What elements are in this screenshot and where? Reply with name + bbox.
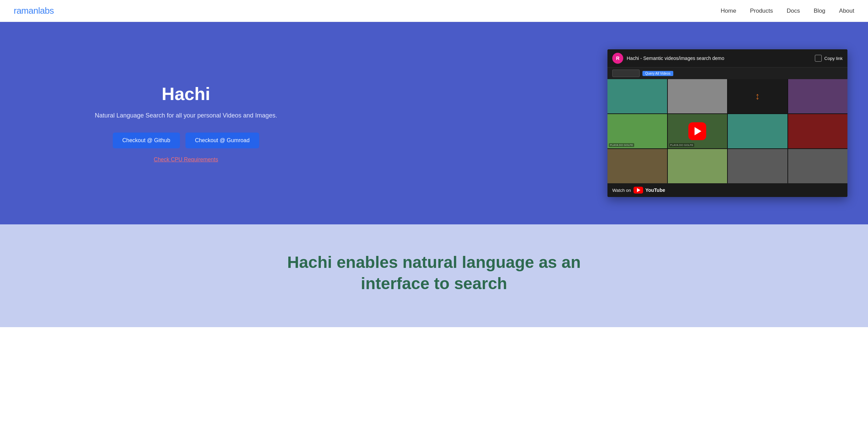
video-container[interactable]: R Hachi - Semantic videos/images search …	[607, 49, 847, 197]
nav-link-docs[interactable]: Docs	[787, 8, 800, 14]
video-grid: ↕ PLAYA DO GOLFE	[607, 79, 847, 183]
nav-item-home[interactable]: Home	[721, 8, 736, 14]
video-top-bar: R Hachi - Semantic videos/images search …	[607, 49, 847, 67]
grid-cell-7	[728, 114, 787, 148]
nav-item-about[interactable]: About	[839, 8, 854, 14]
grid-cell-3: ↕	[728, 79, 787, 113]
nav-link-blog[interactable]: Blog	[814, 8, 825, 14]
section2-title: Hachi enables natural language as an int…	[280, 252, 588, 295]
grid-cell-1	[607, 79, 667, 113]
nav-item-products[interactable]: Products	[750, 8, 773, 14]
copy-icon	[815, 55, 822, 62]
cpu-requirements-link[interactable]: Check CPU Requirements	[154, 157, 218, 162]
logo-black: raman	[14, 5, 38, 16]
grid-cell-5: PLAYA DO GOLFE	[607, 114, 667, 148]
youtube-play-triangle	[637, 188, 640, 192]
github-button[interactable]: Checkout @ Github	[113, 133, 180, 148]
gumroad-button[interactable]: Checkout @ Gumroad	[185, 133, 259, 148]
copy-link-label: Copy link	[824, 56, 843, 61]
watch-bar[interactable]: Watch on YouTube	[607, 183, 847, 197]
nav-item-blog[interactable]: Blog	[814, 8, 825, 14]
hero-section: Hachi Natural Language Search for all yo…	[0, 22, 868, 224]
grid-cell-2	[668, 79, 727, 113]
nav-link-products[interactable]: Products	[750, 8, 773, 14]
grid-watermark-5: PLAYA DO GOLFE	[609, 143, 634, 147]
navbar: ramanlabs Home Products Docs Blog About	[0, 0, 868, 22]
youtube-play-icon	[634, 187, 643, 194]
hero-title: Hachi	[21, 84, 351, 104]
grid-cell-9	[607, 149, 667, 183]
grid-cell-11	[728, 149, 787, 183]
youtube-label: YouTube	[645, 187, 665, 193]
section2: Hachi enables natural language as an int…	[0, 224, 868, 327]
logo[interactable]: ramanlabs	[14, 5, 54, 16]
logo-blue: labs	[38, 5, 54, 16]
channel-avatar: R	[612, 53, 623, 64]
play-button[interactable]	[688, 122, 706, 140]
nav-link-home[interactable]: Home	[721, 8, 736, 14]
nav-item-docs[interactable]: Docs	[787, 8, 800, 14]
video-search-row: Query All Videos	[607, 67, 847, 79]
hero-subtitle: Natural Language Search for all your per…	[21, 111, 351, 120]
copy-link-area[interactable]: Copy link	[815, 55, 843, 62]
hero-buttons: Checkout @ Github Checkout @ Gumroad	[21, 133, 351, 148]
video-title: Hachi - Semantic videos/images search de…	[627, 55, 811, 61]
grid-cell-4	[788, 79, 848, 113]
youtube-logo[interactable]: YouTube	[634, 187, 665, 194]
nav-link-about[interactable]: About	[839, 8, 854, 14]
grid-watermark-6: PLAYA DO GOLFE	[669, 143, 695, 147]
hero-right: R Hachi - Semantic videos/images search …	[384, 49, 847, 197]
mini-search-input[interactable]	[612, 70, 640, 77]
nav-links: Home Products Docs Blog About	[721, 8, 854, 14]
video-grid-wrapper: ↕ PLAYA DO GOLFE	[607, 79, 847, 183]
grid-cell-10	[668, 149, 727, 183]
grid-cell-12	[788, 149, 848, 183]
play-triangle-icon	[695, 127, 701, 135]
watch-on-text: Watch on	[612, 188, 631, 193]
grid-cell-6[interactable]: PLAYA DO GOLFE	[668, 114, 727, 148]
hero-left: Hachi Natural Language Search for all yo…	[21, 84, 351, 163]
query-all-button[interactable]: Query All Videos	[642, 71, 673, 76]
grid-cell-8	[788, 114, 848, 148]
